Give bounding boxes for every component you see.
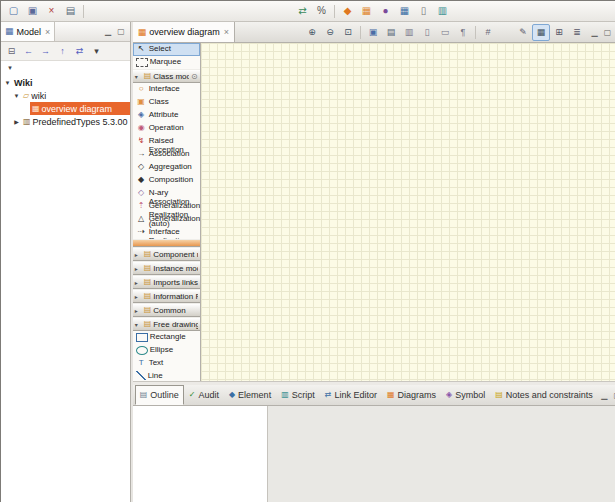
zoom-fit-icon[interactable]: ⊡: [339, 24, 357, 41]
tree-item-content: ▱wiki: [21, 89, 130, 102]
tree-expander-icon[interactable]: ▼: [12, 93, 21, 99]
new-report-icon[interactable]: ▥: [433, 2, 452, 20]
tree-item-content: Wiki: [12, 76, 130, 89]
tree-expander-icon[interactable]: ▶: [12, 118, 21, 125]
tool-ellipse[interactable]: Ellipse: [133, 344, 200, 357]
toolbar-separator: [360, 26, 361, 39]
tool-marquee[interactable]: Marquee: [133, 56, 200, 69]
tool-rectangle[interactable]: Rectangle: [133, 331, 200, 344]
navigate-back-icon[interactable]: ←: [20, 43, 37, 59]
filter-menu-icon[interactable]: ▾: [3, 61, 17, 74]
tab-script[interactable]: ▥Script: [276, 385, 320, 405]
new-matrix-icon[interactable]: ▦: [395, 2, 414, 20]
tool-generalization[interactable]: △Generalization: [133, 213, 200, 226]
section-instance-model[interactable]: ▸▤Instance model: [133, 261, 200, 275]
tool-class[interactable]: ▣Class: [133, 96, 200, 109]
diagram-editor: ▦ overview diagram × ⊕⊖⊡▣▤▥▯▭¶#✎▦⊞≣ ▁▢ ↖…: [133, 22, 615, 381]
minimize-model-view-icon[interactable]: ▁: [102, 25, 115, 38]
save-as-image-icon[interactable]: ▣: [364, 24, 382, 41]
new-use-case-diagram-icon[interactable]: ●: [376, 2, 395, 20]
section-imports-links[interactable]: ▸▤Imports links: [133, 275, 200, 289]
tab-outline[interactable]: ▤Outline: [135, 385, 184, 405]
section-common[interactable]: ▸▤Common: [133, 303, 200, 317]
tab-link-editor[interactable]: ⇄Link Editor: [320, 385, 382, 405]
section-label: Free drawing: [153, 320, 197, 329]
tool-text-label: Text: [149, 358, 199, 367]
show-labels-icon[interactable]: ¶: [454, 24, 472, 41]
tool-text[interactable]: TText: [133, 357, 200, 370]
section-component-model[interactable]: ▸▤Component mo...: [133, 247, 200, 261]
tree-item[interactable]: ▼▱wiki: [1, 89, 130, 102]
section-information-flows[interactable]: ▸▤Information Flo...: [133, 289, 200, 303]
close-icon[interactable]: ×: [45, 27, 50, 37]
tab-audit[interactable]: ✓Audit: [184, 385, 224, 405]
tool-attribute[interactable]: ◈Attribute: [133, 109, 200, 122]
maximize-bottom-panel-icon[interactable]: ▢: [611, 389, 615, 402]
tool-rectangle-icon: [136, 333, 148, 342]
tree-item[interactable]: ▶▥PredefinedTypes 5.3.00: [1, 115, 130, 128]
new-document-icon[interactable]: ▯: [414, 2, 433, 20]
delete-element-icon[interactable]: ×: [42, 2, 61, 20]
pin-icon[interactable]: ⊙: [191, 72, 198, 81]
section-class-model[interactable]: ▾▤Class model⊙: [133, 69, 200, 83]
tool-nary-association-icon: ◇: [136, 188, 147, 197]
zoom-in-icon[interactable]: ⊕: [303, 24, 321, 41]
zoom-out-icon[interactable]: ⊖: [321, 24, 339, 41]
tool-select-icon: ↖: [136, 44, 147, 53]
tree-expander-icon[interactable]: ▼: [3, 80, 12, 86]
navigate-forward-icon[interactable]: →: [37, 43, 54, 59]
section-free-drawing[interactable]: ▾▤Free drawing: [133, 317, 200, 331]
toggle-snap-icon[interactable]: ⊞: [550, 24, 568, 41]
link-with-editor-icon[interactable]: ⇄: [71, 43, 88, 59]
tab-element[interactable]: ◆Element: [224, 385, 276, 405]
section-component-model-icon: ▤: [144, 250, 152, 258]
copy-image-icon[interactable]: ▥: [400, 24, 418, 41]
tool-line[interactable]: Line: [133, 370, 200, 381]
zoom-percent-icon[interactable]: %: [312, 2, 331, 20]
auto-layout-icon[interactable]: #: [479, 24, 497, 41]
save-all-icon[interactable]: ▣: [23, 2, 42, 20]
tab-model[interactable]: ▦ Model ×: [1, 22, 55, 41]
tab-diagrams-icon: ▦: [387, 391, 395, 399]
tool-generalization-realization-auto[interactable]: ⇡Generalization/ Realization (auto): [133, 200, 200, 213]
tool-select[interactable]: ↖Select: [133, 43, 200, 56]
print-icon[interactable]: ▤: [61, 2, 80, 20]
navigate-up-icon[interactable]: ↑: [54, 43, 71, 59]
tree-item[interactable]: ▼Wiki: [1, 76, 130, 89]
new-project-icon[interactable]: ▢: [4, 2, 23, 20]
tool-aggregation[interactable]: ◇Aggregation: [133, 161, 200, 174]
tab-notes-and-constraints[interactable]: ▤Notes and constraints: [490, 385, 598, 405]
section-partially-scrolled[interactable]: [133, 239, 200, 247]
tool-interface-realization[interactable]: ⇢Interface Realization: [133, 226, 200, 239]
minimize-bottom-panel-icon[interactable]: ▁: [598, 389, 611, 402]
minimize-editor-icon[interactable]: ▁: [588, 26, 601, 39]
new-uml-diagram-icon[interactable]: ◆: [338, 2, 357, 20]
tool-operation[interactable]: ◉Operation: [133, 122, 200, 135]
edit-mode-icon[interactable]: ✎: [514, 24, 532, 41]
tool-line-icon: [136, 371, 146, 380]
diagram-canvas[interactable]: [201, 43, 615, 381]
tool-raised-exception[interactable]: ↯Raised Exception: [133, 135, 200, 148]
maximize-model-view-icon[interactable]: ▢: [115, 25, 128, 38]
collapse-all-icon[interactable]: ⊟: [3, 43, 20, 59]
new-class-diagram-icon[interactable]: ▦: [357, 2, 376, 20]
page-layout-icon[interactable]: ▯: [418, 24, 436, 41]
view-menu-icon[interactable]: ▾: [88, 43, 105, 59]
tool-nary-association[interactable]: ◇N-ary Association: [133, 187, 200, 200]
maximize-editor-icon[interactable]: ▢: [601, 26, 614, 39]
toggle-guides-icon[interactable]: ≣: [568, 24, 586, 41]
tool-association[interactable]: →Association: [133, 148, 200, 161]
close-icon[interactable]: ×: [224, 27, 229, 37]
tree-item[interactable]: ▦overview diagram: [1, 102, 130, 115]
toggle-grid-icon[interactable]: ▦: [532, 24, 550, 41]
tool-composition[interactable]: ◆Composition: [133, 174, 200, 187]
show-page-breaks-icon[interactable]: ▭: [436, 24, 454, 41]
refresh-model-icon[interactable]: ⇄: [293, 2, 312, 20]
print-diagram-icon[interactable]: ▤: [382, 24, 400, 41]
tab-overview-diagram[interactable]: ▦ overview diagram ×: [133, 22, 235, 42]
tab-diagrams[interactable]: ▦Diagrams: [382, 385, 441, 405]
tool-interface-label: Interface: [149, 84, 199, 93]
tab-label: Symbol: [455, 390, 485, 400]
tool-interface[interactable]: ○Interface: [133, 83, 200, 96]
tab-symbol[interactable]: ◈Symbol: [441, 385, 490, 405]
